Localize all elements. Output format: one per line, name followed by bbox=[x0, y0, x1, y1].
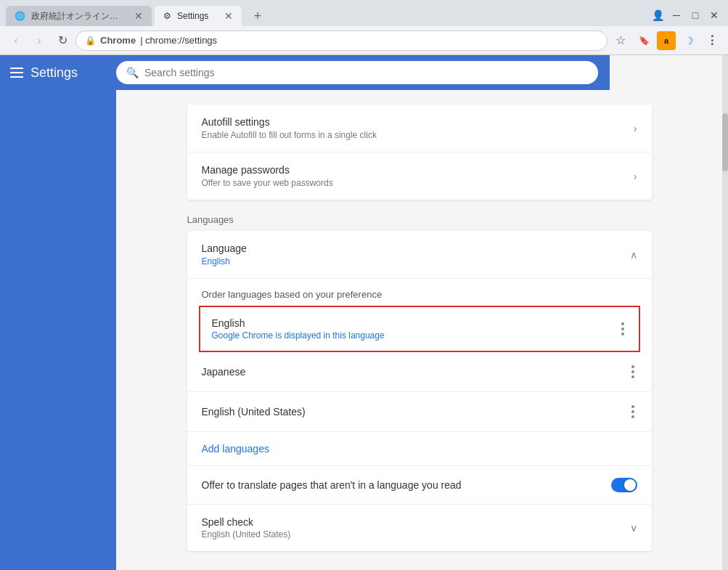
language-chevron-up-icon: ∧ bbox=[630, 249, 637, 261]
spellcheck-text: Spell check English (United States) bbox=[202, 516, 630, 540]
spellcheck-title: Spell check bbox=[202, 516, 630, 528]
tab-gov-title: 政府統計オンライン調査 bbox=[31, 10, 126, 23]
translate-row: Offer to translate pages that aren't in … bbox=[187, 465, 652, 504]
close-button[interactable]: ✕ bbox=[706, 7, 722, 23]
translate-label: Offer to translate pages that aren't in … bbox=[202, 479, 611, 491]
browser-window: 🌐 政府統計オンライン調査 ✕ ⚙ Settings ✕ + 👤 ─ □ ✕ ‹… bbox=[0, 0, 728, 570]
language-header-subtitle: English bbox=[202, 256, 630, 266]
passwords-title: Manage passwords bbox=[202, 164, 634, 176]
tab-gov-icon: 🌐 bbox=[15, 11, 25, 21]
tab-settings-icon: ⚙ bbox=[163, 11, 171, 21]
translate-toggle[interactable] bbox=[611, 478, 637, 492]
english-desc: Google Chrome is displayed in this langu… bbox=[212, 330, 618, 341]
search-icon: 🔍 bbox=[126, 67, 139, 78]
tab-gov[interactable]: 🌐 政府統計オンライン調査 ✕ bbox=[6, 6, 152, 26]
search-bar[interactable]: 🔍 bbox=[116, 61, 598, 84]
autofill-desc: Enable Autofill to fill out forms in a s… bbox=[202, 130, 634, 140]
tab-gov-close[interactable]: ✕ bbox=[134, 10, 143, 22]
minimize-button[interactable]: ─ bbox=[668, 7, 684, 23]
dot2 bbox=[631, 370, 634, 373]
crescent-extension-icon[interactable]: ☽ bbox=[679, 30, 699, 51]
more-menu-button[interactable]: ⋮ bbox=[702, 30, 722, 51]
autofill-item[interactable]: Autofill settings Enable Autofill to fil… bbox=[187, 105, 652, 152]
dot1 bbox=[631, 405, 634, 408]
tab-settings-title: Settings bbox=[177, 11, 216, 21]
english-language-row-highlighted: English Google Chrome is displayed in th… bbox=[199, 306, 640, 352]
languages-section-label: Languages bbox=[187, 214, 652, 225]
language-header-title: Language bbox=[202, 243, 630, 254]
sidebar-header-area: Settings bbox=[0, 65, 116, 81]
language-card: Language English ∧ Order languages based… bbox=[187, 231, 652, 551]
spellcheck-subtitle: English (United States) bbox=[202, 529, 630, 540]
address-input[interactable]: 🔒 Chrome | chrome://settings bbox=[75, 30, 608, 51]
toggle-knob bbox=[624, 479, 636, 491]
add-languages-row[interactable]: Add languages bbox=[187, 432, 652, 465]
back-button[interactable]: ‹ bbox=[6, 30, 26, 51]
address-bar: ‹ › ↻ 🔒 Chrome | chrome://settings ☆ 🔖 a… bbox=[0, 26, 728, 55]
autofill-text: Autofill settings Enable Autofill to fil… bbox=[202, 116, 634, 140]
autofill-arrow-icon: › bbox=[634, 123, 637, 134]
language-header-text: Language English bbox=[202, 243, 630, 266]
language-header[interactable]: Language English ∧ bbox=[187, 231, 652, 279]
passwords-text: Manage passwords Offer to save your web … bbox=[202, 164, 634, 188]
japanese-more-menu[interactable] bbox=[629, 362, 637, 381]
address-right-controls: ☆ 🔖 a ☽ ⋮ bbox=[610, 30, 722, 51]
amazon-extension-icon[interactable]: a bbox=[657, 31, 676, 50]
search-input[interactable] bbox=[144, 67, 588, 78]
english-us-more-menu[interactable] bbox=[629, 402, 637, 421]
user-icon-button[interactable]: 👤 bbox=[650, 7, 666, 23]
spellcheck-chevron-down-icon: ∨ bbox=[630, 522, 637, 534]
dot2 bbox=[621, 327, 624, 330]
order-languages-label: Order languages based on your preference bbox=[187, 279, 652, 306]
english-row-text: English Google Chrome is displayed in th… bbox=[212, 317, 618, 341]
settings-page-title: Settings bbox=[30, 65, 78, 81]
settings-top-bar: Settings 🔍 bbox=[0, 55, 610, 90]
english-row-inner: English Google Chrome is displayed in th… bbox=[200, 307, 639, 351]
scroll-thumb[interactable] bbox=[722, 113, 728, 171]
maximize-button[interactable]: □ bbox=[687, 7, 703, 23]
forward-button[interactable]: › bbox=[29, 30, 49, 51]
japanese-text: Japanese bbox=[202, 366, 629, 378]
title-bar: 🌐 政府統計オンライン調査 ✕ ⚙ Settings ✕ + 👤 ─ □ ✕ bbox=[0, 0, 728, 26]
english-us-name: English (United States) bbox=[202, 406, 629, 418]
search-area: 🔍 bbox=[116, 61, 610, 84]
refresh-button[interactable]: ↻ bbox=[52, 30, 73, 51]
hamburger-line bbox=[10, 72, 23, 73]
lock-icon: 🔒 bbox=[85, 36, 96, 46]
bookmark-star-icon[interactable]: ☆ bbox=[610, 30, 631, 51]
sidebar bbox=[0, 55, 116, 570]
spellcheck-row[interactable]: Spell check English (United States) ∨ bbox=[187, 504, 652, 551]
window-controls: 👤 ─ □ ✕ bbox=[650, 7, 722, 26]
settings-content: Autofill settings Enable Autofill to fil… bbox=[158, 90, 681, 570]
passwords-item[interactable]: Manage passwords Offer to save your web … bbox=[187, 152, 652, 200]
tab-settings[interactable]: ⚙ Settings ✕ bbox=[155, 6, 242, 26]
autofill-title: Autofill settings bbox=[202, 116, 634, 128]
address-site: Chrome bbox=[100, 35, 136, 46]
dot3 bbox=[631, 375, 634, 378]
scrollbar[interactable] bbox=[722, 55, 728, 570]
english-more-menu[interactable] bbox=[618, 319, 627, 338]
hamburger-line bbox=[10, 68, 23, 69]
passwords-desc: Offer to save your web passwords bbox=[202, 178, 634, 188]
japanese-row: Japanese bbox=[187, 352, 652, 392]
autofill-passwords-card: Autofill settings Enable Autofill to fil… bbox=[187, 105, 652, 200]
new-tab-button[interactable]: + bbox=[248, 6, 268, 26]
dot3 bbox=[631, 415, 634, 418]
dot1 bbox=[631, 365, 634, 368]
dot1 bbox=[621, 322, 624, 325]
address-url: | chrome://settings bbox=[140, 35, 217, 46]
add-languages-button[interactable]: Add languages bbox=[202, 443, 269, 455]
dot2 bbox=[631, 410, 634, 413]
content-area: Settings 🔍 Autofill settings bbox=[0, 55, 728, 570]
english-us-row: English (United States) bbox=[187, 392, 652, 432]
dot3 bbox=[621, 333, 624, 335]
extension-button1[interactable]: 🔖 bbox=[634, 30, 654, 51]
japanese-name: Japanese bbox=[202, 366, 629, 378]
passwords-arrow-icon: › bbox=[634, 171, 637, 182]
english-name: English bbox=[212, 317, 618, 329]
hamburger-menu[interactable] bbox=[10, 68, 23, 78]
hamburger-line bbox=[10, 76, 23, 78]
english-us-text: English (United States) bbox=[202, 406, 629, 418]
settings-main: Autofill settings Enable Autofill to fil… bbox=[116, 55, 722, 570]
tab-settings-close[interactable]: ✕ bbox=[224, 10, 233, 22]
